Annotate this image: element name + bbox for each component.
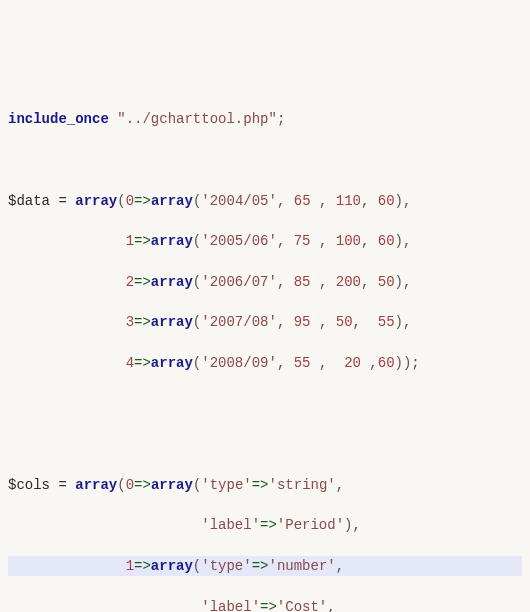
code-line: 4=>array('2008/09', 55 , 20 ,60)); bbox=[8, 353, 522, 373]
code-line: 3=>array('2007/08', 95 , 50, 55), bbox=[8, 312, 522, 332]
blank-line bbox=[8, 150, 522, 170]
code-line: 2=>array('2006/07', 85 , 200, 50), bbox=[8, 272, 522, 292]
code-line: 1=>array('2005/06', 75 , 100, 60), bbox=[8, 231, 522, 251]
code-line: $data = array(0=>array('2004/05', 65 , 1… bbox=[8, 191, 522, 211]
blank-line bbox=[8, 394, 522, 414]
code-line: $cols = array(0=>array('type'=>'string', bbox=[8, 475, 522, 495]
blank-line bbox=[8, 434, 522, 454]
code-line: 'label'=>'Period'), bbox=[8, 515, 522, 535]
code-line: include_once "../gcharttool.php"; bbox=[8, 109, 522, 129]
code-line-highlighted: 1=>array('type'=>'number', bbox=[8, 556, 522, 576]
code-line: 'label'=>'Cost', bbox=[8, 597, 522, 612]
code-block: include_once "../gcharttool.php"; $data … bbox=[8, 89, 522, 612]
